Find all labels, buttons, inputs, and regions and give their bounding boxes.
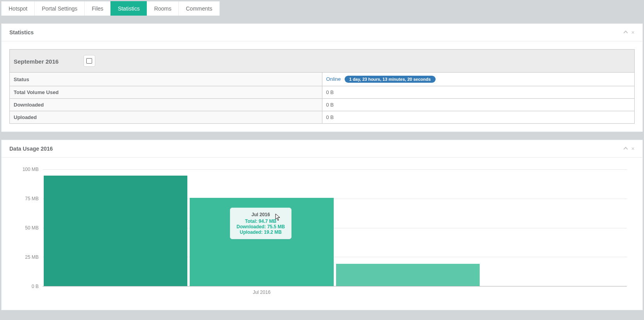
tooltip-title: Jul 2016 — [237, 212, 285, 217]
tab-portal-settings[interactable]: Portal Settings — [34, 1, 85, 16]
table-row: Status Online 1 day, 23 hours, 13 minute… — [10, 73, 635, 86]
tab-files[interactable]: Files — [84, 1, 111, 16]
tab-hotspot[interactable]: Hotspot — [1, 1, 35, 16]
row-label: Total Volume Used — [10, 86, 322, 99]
table-row: Downloaded 0 B — [10, 99, 635, 111]
tab-statistics[interactable]: Statistics — [110, 1, 147, 16]
table-row: Uploaded 0 B — [10, 111, 635, 124]
chart-bar[interactable] — [336, 264, 480, 286]
tab-comments[interactable]: Comments — [178, 1, 220, 16]
x-tick-label — [481, 290, 627, 297]
row-value: 0 B — [322, 86, 635, 99]
y-tick-label: 100 MB — [23, 167, 39, 172]
chart-plot-area: Jul 2016 Total: 94.7 MB Downloaded: 75.5… — [43, 169, 627, 286]
tooltip-line: Total: 94.7 MB — [237, 219, 285, 224]
status-badge: 1 day, 23 hours, 13 minutes, 20 seconds — [345, 76, 436, 83]
x-tick-label — [43, 290, 189, 297]
x-tick-label — [335, 290, 481, 297]
chart-tooltip: Jul 2016 Total: 94.7 MB Downloaded: 75.5… — [230, 208, 292, 239]
tooltip-line: Downloaded: 75.5 MB — [237, 224, 285, 229]
row-label: Status — [10, 73, 322, 86]
row-value: 0 B — [322, 111, 635, 124]
stats-month-label: September 2016 — [14, 58, 59, 65]
data-usage-panel-title: Data Usage 2016 — [9, 146, 53, 152]
y-tick-label: 50 MB — [25, 225, 39, 231]
usage-chart: 100 MB 75 MB 50 MB 25 MB 0 B Jul 2016 To… — [9, 169, 635, 302]
statistics-panel: Statistics September 2016 Status Online — [1, 23, 643, 132]
y-tick-label: 75 MB — [25, 196, 39, 201]
statistics-panel-title: Statistics — [9, 29, 34, 36]
collapse-icon[interactable] — [624, 146, 627, 151]
close-icon[interactable] — [631, 30, 635, 35]
status-link[interactable]: Online — [326, 76, 341, 82]
row-label: Downloaded — [10, 99, 322, 111]
chart-x-axis: Jul 2016 — [43, 290, 627, 297]
y-tick-label: 0 B — [32, 284, 39, 289]
row-label: Uploaded — [10, 111, 322, 124]
chart-y-axis: 100 MB 75 MB 50 MB 25 MB 0 B — [9, 169, 39, 286]
calendar-icon — [86, 58, 92, 64]
y-tick-label: 25 MB — [25, 254, 39, 260]
table-row: Total Volume Used 0 B — [10, 86, 635, 99]
tab-bar: Hotspot Portal Settings Files Statistics… — [1, 1, 644, 16]
x-tick-label: Jul 2016 — [189, 290, 334, 297]
tab-rooms[interactable]: Rooms — [147, 1, 179, 16]
tooltip-line: Uploaded: 19.2 MB — [237, 229, 285, 235]
stats-table: September 2016 Status Online 1 day, 23 h… — [9, 49, 635, 124]
chart-bar[interactable] — [44, 176, 187, 286]
row-value: 0 B — [322, 99, 635, 111]
close-icon[interactable] — [631, 146, 635, 151]
calendar-button[interactable] — [84, 55, 95, 67]
data-usage-panel: Data Usage 2016 100 MB 75 MB 50 MB 25 MB… — [1, 140, 643, 310]
collapse-icon[interactable] — [624, 30, 627, 35]
